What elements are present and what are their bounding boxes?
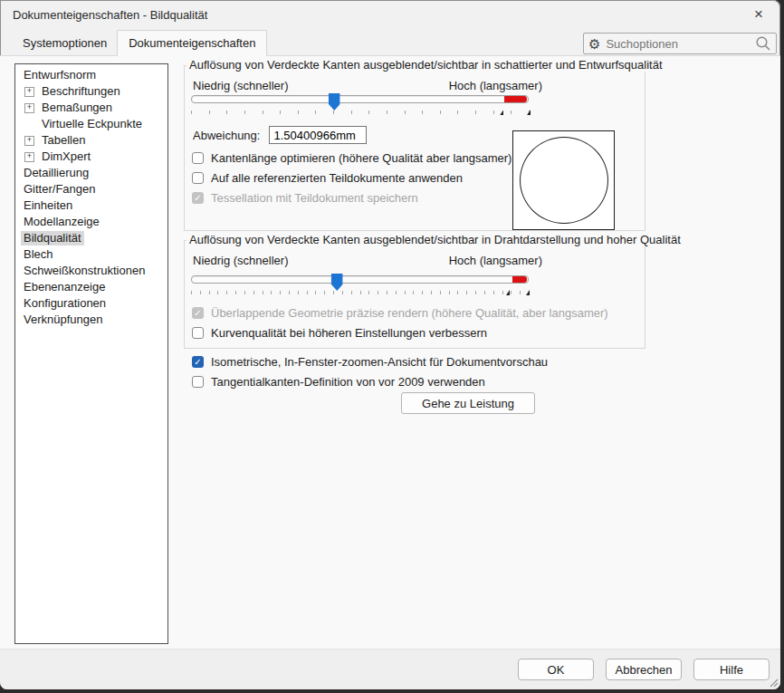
- gear-icon[interactable]: ⚙: [588, 37, 600, 51]
- tree-item-label[interactable]: Entwurfsnorm: [21, 68, 99, 82]
- expand-icon[interactable]: +: [24, 136, 34, 146]
- document-properties-dialog: Dokumenteigenschaften - Bildqualität × S…: [0, 0, 780, 689]
- tree-item[interactable]: Konfigurationen: [15, 295, 167, 312]
- slider-tick: [440, 291, 441, 294]
- tree-item[interactable]: Schweißkonstruktionen: [15, 263, 167, 279]
- tab-systemoptionen[interactable]: Systemoptionen: [13, 32, 117, 55]
- checkbox[interactable]: [192, 376, 204, 388]
- checkbox-label: Überlappende Geometrie präzise rendern (…: [211, 306, 608, 320]
- slider-track[interactable]: [191, 95, 529, 103]
- tree-item-label[interactable]: Schweißkonstruktionen: [21, 264, 148, 278]
- image-quality-panel: Auflösung von Verdeckte Kanten ausgeblen…: [184, 56, 645, 650]
- tree-item[interactable]: +Tabellen: [15, 132, 167, 149]
- slider-tick: [502, 291, 503, 294]
- slider-tick: [324, 291, 325, 294]
- slider-tick: [271, 291, 272, 294]
- tree-item[interactable]: Ebenenanzeige: [15, 279, 167, 295]
- slider-tick: [226, 291, 227, 294]
- tree-item-label[interactable]: Konfigurationen: [21, 296, 109, 311]
- group-legend: Auflösung von Verdeckte Kanten ausgeblen…: [186, 233, 684, 246]
- slider-tick: [511, 291, 512, 294]
- checkbox-row[interactable]: Kurvenqualität bei höheren Einstellungen…: [192, 322, 608, 342]
- slider-tick: [298, 291, 299, 294]
- slider-red-zone: [512, 276, 526, 283]
- expand-icon[interactable]: +: [24, 152, 34, 162]
- slider-tick: [280, 291, 281, 294]
- deviation-input[interactable]: [269, 126, 367, 144]
- checkbox-row[interactable]: Tangentialkanten-Definition von vor 2009…: [192, 371, 548, 391]
- checkbox[interactable]: [192, 172, 204, 184]
- search-input[interactable]: [606, 37, 750, 51]
- tree-item-label[interactable]: Beschriftungen: [39, 84, 123, 99]
- tree-item-label[interactable]: Bildqualität: [21, 231, 84, 245]
- checkbox[interactable]: [192, 327, 204, 339]
- shaded-quality-group: Auflösung von Verdeckte Kanten ausgeblen…: [184, 65, 645, 231]
- slider-tick: [387, 111, 387, 114]
- go-to-performance-button[interactable]: Gehe zu Leistung: [401, 392, 535, 414]
- checkbox-row[interactable]: Kantenlänge optimieren (höhere Qualität …: [192, 148, 512, 168]
- tree-item-label[interactable]: Bemaßungen: [39, 101, 115, 115]
- tree-item-label[interactable]: Modellanzeige: [21, 215, 102, 229]
- slider-track[interactable]: [191, 275, 529, 284]
- search-icon[interactable]: [755, 35, 771, 52]
- slider-tick: [484, 291, 485, 294]
- search-options-box[interactable]: ⚙: [583, 33, 777, 54]
- checkbox[interactable]: [192, 152, 204, 164]
- tree-item-label[interactable]: Ebenenanzeige: [21, 280, 108, 294]
- slider-tick: [387, 291, 387, 294]
- checkbox-row[interactable]: ✓Überlappende Geometrie präzise rendern …: [192, 303, 608, 322]
- shaded-resolution-slider[interactable]: [191, 95, 529, 119]
- slider-ticks: [191, 109, 529, 115]
- tree-item-label[interactable]: Tabellen: [39, 133, 88, 148]
- tree-item-label[interactable]: Einheiten: [21, 198, 75, 213]
- help-button[interactable]: Hilfe: [693, 659, 770, 680]
- slider-ticks: [191, 289, 529, 295]
- tree-item[interactable]: +Beschriftungen: [15, 83, 167, 100]
- checkbox[interactable]: ✓: [192, 356, 204, 368]
- checkbox-row[interactable]: Auf alle referenzierten Teildokumente an…: [192, 168, 512, 188]
- deviation-label: Abweichung:: [193, 129, 260, 142]
- wireframe-resolution-slider[interactable]: [191, 275, 529, 299]
- tree-item[interactable]: +DimXpert: [15, 149, 167, 165]
- tree-item[interactable]: Bildqualität: [15, 230, 167, 246]
- tree-item-label[interactable]: DimXpert: [39, 149, 93, 164]
- tree-item[interactable]: Blech: [15, 246, 167, 263]
- slider-tick: [263, 291, 263, 294]
- slider-tick: [244, 291, 245, 294]
- close-icon[interactable]: ×: [746, 3, 771, 26]
- tree-item-label[interactable]: Blech: [21, 247, 56, 262]
- slider-tick: [493, 291, 494, 294]
- slider-tick: [368, 291, 369, 294]
- cancel-button[interactable]: Abbrechen: [606, 659, 682, 680]
- checkbox[interactable]: ✓: [192, 192, 204, 204]
- tree-item-label[interactable]: Virtuelle Eckpunkte: [39, 117, 145, 131]
- slider-high-label: Hoch (langsamer): [449, 254, 542, 267]
- titlebar: Dokumenteigenschaften - Bildqualität ×: [0, 0, 780, 29]
- slider-tick: [209, 291, 210, 294]
- slider-tick: [493, 111, 494, 114]
- tree-item[interactable]: Virtuelle Eckpunkte: [15, 116, 167, 132]
- tree-item[interactable]: Entwurfsnorm: [15, 67, 167, 83]
- tree-item-label[interactable]: Gitter/Fangen: [21, 182, 99, 197]
- expand-icon[interactable]: +: [24, 103, 34, 113]
- checkbox-row[interactable]: ✓Tessellation mit Teildokument speichern: [192, 188, 512, 207]
- checkbox-row[interactable]: ✓Isometrische, In-Fenster-zoomen-Ansicht…: [192, 351, 548, 371]
- slider-low-label: Niedrig (schneller): [193, 254, 288, 267]
- checkbox-label: Isometrische, In-Fenster-zoomen-Ansicht …: [211, 355, 548, 369]
- tab-dokumenteigenschaften[interactable]: Dokumenteigenschaften: [117, 30, 267, 56]
- expand-icon[interactable]: +: [24, 87, 34, 97]
- checkbox[interactable]: ✓: [192, 307, 204, 319]
- tree-item[interactable]: Gitter/Fangen: [15, 181, 167, 197]
- resize-grip[interactable]: [768, 677, 779, 688]
- tree-item[interactable]: Detaillierung: [15, 165, 167, 181]
- tree-item[interactable]: Verknüpfungen: [15, 312, 167, 328]
- group-legend: Auflösung von Verdeckte Kanten ausgeblen…: [186, 58, 665, 72]
- tree-item-label[interactable]: Detaillierung: [21, 166, 91, 180]
- tree-item[interactable]: Modellanzeige: [15, 214, 167, 230]
- tree-item-label[interactable]: Verknüpfungen: [21, 313, 105, 327]
- slider-high-label: Hoch (langsamer): [449, 79, 542, 92]
- ok-button[interactable]: OK: [518, 659, 594, 680]
- checkbox-label: Tessellation mit Teildokument speichern: [211, 191, 418, 205]
- tree-item[interactable]: Einheiten: [15, 197, 167, 214]
- tree-item[interactable]: +Bemaßungen: [15, 100, 167, 116]
